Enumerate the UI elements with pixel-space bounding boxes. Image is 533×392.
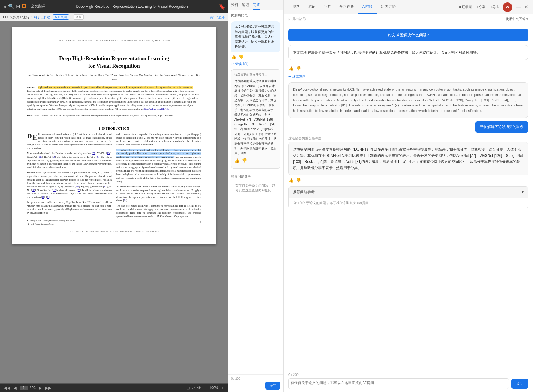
tab-ai-read[interactable]: AI辅读 (358, 0, 377, 14)
question-input[interactable] (288, 378, 509, 389)
page-total: / 23 (30, 386, 36, 390)
index-terms-label: Index Terms (27, 114, 39, 117)
ai-tabs: 资料 笔记 问答 学习任务 AI辅读 组内讨论 (288, 0, 400, 14)
eye-btn[interactable]: 👁 (197, 385, 201, 390)
tab-notes-right[interactable]: 笔记 (304, 0, 320, 14)
thumbs-down-kp[interactable]: 👎 (296, 178, 301, 183)
bookmark-icon[interactable]: 🔖 (218, 3, 225, 10)
zoom-minus-btn[interactable]: － (203, 385, 207, 391)
next-page-btn[interactable]: ▶ (39, 385, 42, 390)
pdf-page: IEEE TRANSACTIONS ON PATTERN ANALYSIS AN… (12, 27, 216, 244)
tab-learning[interactable]: 学习任务 (335, 0, 358, 14)
thumbs-down-btn1[interactable]: 👎 (296, 66, 301, 71)
ask-question-btn[interactable]: 论文试图解决什么问题? (288, 29, 528, 41)
thumbs-up-kp[interactable]: 👍 (288, 178, 294, 183)
zoom-plus-btn[interactable]: ＋ (220, 385, 224, 391)
action-icons-mid2: 👍 👎 (234, 158, 277, 163)
tab-material-right[interactable]: 资料 (288, 0, 304, 14)
abstract-section: Abstract—High-resolution representations… (27, 86, 201, 111)
continue-link1[interactable]: ↩ 继续追问 (288, 74, 528, 79)
translate-btn[interactable]: 全文翻译 (31, 4, 45, 9)
two-col-layout: DEEP convolutional neural networks (DCNN… (27, 133, 201, 227)
arrow-icon-mid: ↩ (231, 62, 234, 66)
ai-bubble-mid: 本文试图解决高分辨率表示学习问题，以获得更好的计算机视觉任务结果，如人体姿态估计… (231, 21, 280, 52)
back-icon[interactable]: ◀ (3, 4, 6, 9)
tab-group[interactable]: 组内讨论 (377, 0, 400, 14)
ai-panel-content: 论文试图解决什么问题? 本文试图解决高分辨率表示学习问题，以获得更好的计算机视觉… (284, 24, 533, 370)
last-page-btn[interactable]: ▶▶ (45, 385, 52, 390)
recommend-header-mid: 推荐问题参考 (231, 174, 280, 179)
middle-tabs: 资料 笔记 问答 (228, 0, 283, 10)
first-page-btn[interactable]: ◀◀ (4, 385, 10, 390)
ai-panel-header: 资料 笔记 问答 学习任务 AI辅读 组内讨论 ■ 已收藏 □ 分享 ⊡ 导出 … (284, 0, 533, 14)
thumbs-down-btn-mid[interactable]: 👎 (239, 55, 244, 59)
prev-page-btn[interactable]: ◀ (13, 385, 17, 390)
ai-response-bubble1: 本文试图解决高分辨率表示学习问题，以获得更好的计算机视觉任务结果，如人体姿态估计… (288, 45, 528, 60)
pages-icon[interactable]: ⊞ (16, 4, 20, 9)
column-right: multi-resolution streams in parallel. Th… (116, 133, 201, 227)
send-btn-mid[interactable]: 提问 (265, 382, 280, 390)
thumbs-down-btn-mid2[interactable]: 👎 (242, 158, 247, 163)
tab-notes[interactable]: 笔记 (242, 2, 249, 10)
fit-btn[interactable]: ⊡ (186, 385, 190, 390)
export-action-btn[interactable]: ⊡ 导出 (489, 5, 499, 9)
thumbs-up-btn-mid[interactable]: 👍 (231, 55, 236, 59)
user-avatar: W (503, 2, 512, 12)
continue-follow-label: 继续追问 (235, 62, 248, 66)
chevron-down-icon: ▾ (522, 190, 524, 194)
abstract-highlight1: High-resolution representations are esse… (38, 86, 193, 89)
pdf-toolbar: ◀ 🔍 ⊞ 🖼 | 全文翻译 Deep High-Resolution Repr… (0, 0, 228, 13)
footer-input-row: 提问 (288, 378, 528, 389)
abstract-dash: — (35, 86, 38, 89)
version-info[interactable]: 共5个版本 (210, 15, 225, 19)
internal-feature-mid: 内测功能 ① (231, 13, 280, 18)
help-explain-btn[interactable]: 帮忙解释下这段摘要的重点 (475, 121, 528, 133)
divider: ✦ (27, 121, 201, 124)
tab-qa-right[interactable]: 问答 (320, 0, 335, 14)
use-chinese-toggle[interactable]: 使用中文回答 ▾ (506, 17, 528, 21)
close-btn[interactable]: ✕ (524, 4, 528, 10)
send-question-btn[interactable]: 提问 (511, 379, 528, 389)
page-number-input[interactable] (20, 386, 28, 390)
ai-panel: 资料 笔记 问答 学习任务 AI辅读 组内讨论 ■ 已收藏 □ 分享 ⊡ 导出 … (284, 0, 533, 392)
image-icon[interactable]: 🖼 (22, 4, 26, 9)
pdf-viewer-panel: ◀ 🔍 ⊞ 🖼 | 全文翻译 Deep High-Resolution Repr… (0, 0, 228, 392)
pdf-content-area: arXiv:1908.07919v2 [cs.CV] 13 Mar 2020 I… (0, 21, 228, 383)
source-type: 科研工作者 (34, 15, 50, 19)
share-action-btn[interactable]: □ 分享 (476, 5, 485, 9)
zoom-level: 100% (209, 386, 218, 390)
tab-material[interactable]: 资料 (231, 2, 238, 10)
paper-title: Deep High-Resolution Representation Lear… (27, 55, 201, 70)
minimize-btn[interactable]: — (516, 4, 521, 10)
col2-para3: We present two versions of HRNet. The fi… (116, 185, 201, 202)
ai-header-actions: ■ 已收藏 □ 分享 ⊡ 导出 W — ✕ (459, 2, 528, 12)
col1-para4: We present a novel architecture, namely … (27, 201, 112, 215)
search-icon[interactable]: 🔍 (8, 4, 14, 9)
page-bottom-right: 2 (116, 221, 201, 224)
verified-btn[interactable]: 认证机构 (53, 14, 69, 20)
abstract-label: Abstract (27, 86, 35, 89)
thumbs-up-btn1[interactable]: 👍 (288, 66, 294, 71)
index-terms-text: HRNet, high-resolution representations, … (42, 114, 173, 117)
pdf-title: Deep High-Resolution Representation Lear… (48, 4, 216, 9)
tab-qa[interactable]: 问答 (253, 2, 260, 10)
continue-follow-mid[interactable]: ↩ 继续追问 (231, 62, 280, 66)
middle-panel: 资料 笔记 问答 内测功能 ① 本文试图解决高分辨率表示学习问题，以获得更好的计… (228, 0, 284, 392)
ai-panel-footer: 0 / 200 提问 (284, 370, 533, 392)
fullscreen-btn[interactable]: ⤢ (192, 385, 195, 390)
recommend-box: 推荐问题参考 ▾ 有任何关于论文的问题，都可以在这里直接向AI提问 (288, 186, 528, 208)
key-point-section-label: 这段摘要的重点是深度... (288, 136, 528, 141)
footnote-text: • J. Wang is with Microsoft Research, Be… (27, 219, 112, 226)
bubble-actions1: 👍 👎 (288, 66, 528, 71)
bookmark-action-btn[interactable]: ■ 已收藏 (459, 5, 472, 9)
key-point-bubble: 这段摘要的重点是深度卷积神经网络（DCNNs）可以在许多计算机视觉任务中获得最先… (288, 142, 528, 175)
report-btn[interactable]: 举报 (74, 14, 84, 20)
recommend-box-header[interactable]: 推荐问题参考 ▾ (289, 187, 528, 198)
thumbs-up-btn-mid2[interactable]: 👍 (234, 158, 239, 163)
github-link[interactable]: https://github.com/HRNet. (143, 108, 169, 110)
key-point-label-mid: 这段摘要的重点是深度... (234, 73, 277, 77)
source-label: PDF来源用户上传： (3, 15, 33, 19)
recommend-placeholder-mid: 有任何关于论文的问题，都可以在这里直接向AI提问 (231, 181, 280, 196)
index-terms: Index Terms—HRNet, high-resolution repre… (27, 114, 201, 118)
key-point-content-mid: 这段摘要的重点是深度卷积神经网络（DCNNs）可以在许多计算机视觉任务中获得最先… (234, 79, 277, 156)
